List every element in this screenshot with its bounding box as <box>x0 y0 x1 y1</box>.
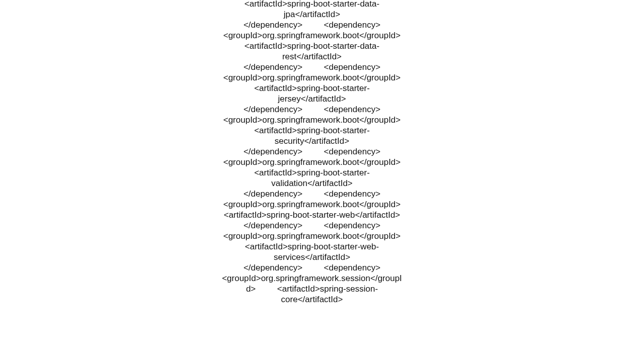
close-dependency: </dependency> <box>244 221 302 230</box>
close-dependency: </dependency> <box>244 263 302 273</box>
open-dependency: <dependency> <box>324 62 381 72</box>
close-dependency: </dependency> <box>244 189 302 199</box>
close-dependency: </dependency> <box>244 62 302 72</box>
pom-xml-fragment: actuator</artifactId></dependency> <depe… <box>221 0 403 305</box>
dependency-line: <groupId>org.springframework.boot</group… <box>223 200 422 220</box>
dependency-line: <groupId>org.springframework.boot</group… <box>223 31 422 61</box>
dependency-line: <groupId>org.springframework.boot</group… <box>223 0 422 19</box>
dependency-line: <groupId>org.springframework.boot</group… <box>223 157 422 188</box>
open-dependency: <dependency> <box>324 20 381 30</box>
close-dependency: </dependency> <box>244 20 302 30</box>
close-dependency: </dependency> <box>244 147 302 156</box>
close-dependency: </dependency> <box>244 105 302 114</box>
open-dependency: <dependency> <box>324 263 381 273</box>
dependency-line: <groupId>org.springframework.session</gr… <box>222 274 402 304</box>
dependency-line: <groupId>org.springframework.boot</group… <box>223 115 422 146</box>
dependency-line: <groupId>org.springframework.boot</group… <box>223 73 422 104</box>
open-dependency: <dependency> <box>324 189 381 199</box>
open-dependency: <dependency> <box>324 105 381 114</box>
open-dependency: <dependency> <box>324 221 381 230</box>
open-dependency: <dependency> <box>324 147 381 156</box>
dependency-line: <groupId>org.springframework.boot</group… <box>223 231 422 262</box>
